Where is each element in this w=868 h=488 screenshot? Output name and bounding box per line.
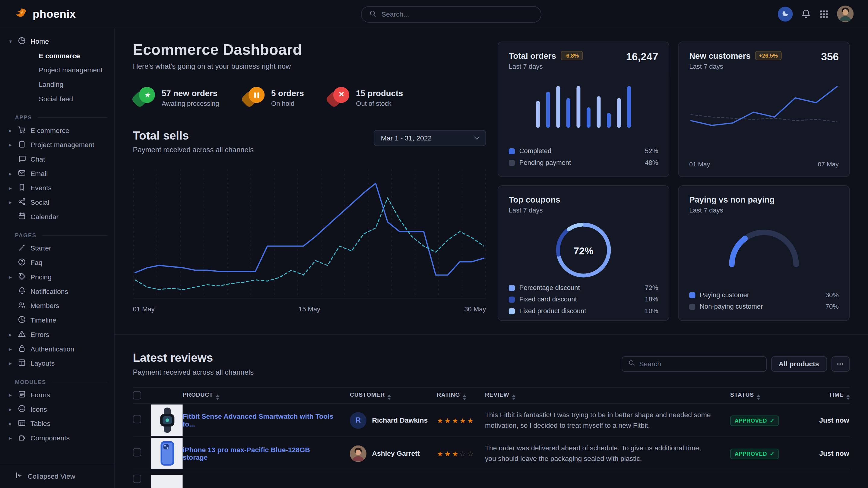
sidebar-item-icons[interactable]: ▸ Icons — [0, 402, 114, 417]
caret-right-icon: ▸ — [8, 171, 13, 176]
sidebar-section-apps: APPS — [0, 115, 114, 121]
reviews-table: PRODUCTCUSTOMERRATINGREVIEWSTATUSTIME Fi… — [133, 387, 850, 486]
select-all-checkbox[interactable] — [133, 391, 142, 399]
page-subtitle: Here's what's going on at your business … — [133, 62, 486, 70]
notifications-bell-icon[interactable] — [801, 9, 811, 19]
topbar: phoenix Search... — [0, 0, 868, 28]
legend-swatch — [509, 285, 515, 291]
collapse-view-button[interactable]: Collapsed View — [0, 464, 114, 488]
star-ribbon-icon: ★ — [133, 87, 155, 109]
pie-icon — [18, 36, 26, 46]
total-sells-subtitle: Payment received across all channels — [133, 145, 254, 154]
sidebar-item-faq[interactable]: Faq — [0, 256, 114, 270]
kpi-cards: Total orders -6.8% Last 7 days 16,247 Co… — [498, 42, 849, 321]
legend-label: Percentage discount — [519, 284, 580, 292]
sidebar-item-timeline[interactable]: Timeline — [0, 313, 114, 328]
stat-value: 5 orders — [271, 89, 304, 98]
sidebar-item-forms[interactable]: ▸ Forms — [0, 388, 114, 402]
row-checkbox[interactable] — [133, 415, 142, 423]
brand-logo[interactable]: phoenix — [14, 7, 76, 21]
more-options-button[interactable]: ⋯ — [831, 356, 849, 371]
sidebar-item-starter[interactable]: Starter — [0, 241, 114, 256]
legend-swatch — [509, 160, 515, 166]
sort-icon[interactable] — [512, 395, 516, 400]
sidebar-item-pricing[interactable]: ▸ Pricing — [0, 270, 114, 285]
card-title: New customers — [689, 51, 751, 60]
x-axis-label: 01 May — [689, 161, 710, 168]
column-header-rating[interactable]: RATING — [437, 391, 485, 400]
legend-item-fixed-product-discount: Fixed product discount 10% — [509, 306, 658, 316]
product-thumbnail[interactable] — [151, 438, 183, 469]
date-range-select[interactable]: Mar 1 - 31, 2022 — [374, 130, 486, 146]
column-header-product[interactable]: PRODUCT — [183, 391, 350, 400]
sidebar-item-e-commerce[interactable]: E commerce — [0, 49, 114, 63]
tag-icon — [18, 272, 26, 282]
sidebar-item-project-management[interactable]: Project management — [0, 63, 114, 77]
card-period: Last 7 days — [509, 62, 583, 70]
sidebar-item-chat[interactable]: Chat — [0, 152, 114, 167]
column-header-review[interactable]: REVIEW — [485, 391, 730, 400]
theme-toggle-button[interactable] — [778, 6, 793, 22]
status-badge: APPROVED ✓ — [730, 449, 779, 459]
stat-caption: Out of stock — [356, 99, 403, 107]
row-checkbox[interactable] — [133, 448, 142, 457]
card-period: Last 7 days — [689, 62, 782, 70]
customer-cell[interactable]: Ashley Garrett — [350, 445, 437, 462]
caret-right-icon: ▸ — [8, 274, 13, 280]
row-checkbox[interactable] — [133, 475, 142, 483]
sidebar-item-calendar[interactable]: Calendar — [0, 210, 114, 224]
stat-value: 15 products — [356, 89, 403, 98]
apps-grid-icon[interactable] — [819, 9, 829, 19]
sidebar-item-errors[interactable]: ▸ Errors — [0, 328, 114, 342]
search-icon — [628, 360, 635, 368]
lock-icon — [18, 344, 26, 354]
sort-icon[interactable] — [463, 395, 466, 400]
status-badge: APPROVED ✓ — [730, 415, 779, 426]
product-link[interactable]: Fitbit Sense Advanced Smartwatch with To… — [183, 412, 350, 428]
x-axis-label: 15 May — [299, 305, 320, 313]
envelope-icon — [18, 169, 26, 179]
legend-value: 30% — [826, 291, 839, 299]
sidebar-item-social[interactable]: ▸ Social — [0, 195, 114, 210]
caret-right-icon: ▸ — [8, 361, 13, 366]
column-header-time[interactable]: TIME — [804, 391, 849, 400]
sidebar-item-tables[interactable]: ▸ Tables — [0, 417, 114, 431]
sidebar-item-layouts[interactable]: ▸ Layouts — [0, 356, 114, 371]
x-axis-label: 30 May — [464, 305, 486, 313]
sidebar-item-landing[interactable]: Landing — [0, 77, 114, 92]
reviews-search-input[interactable]: Search — [621, 356, 766, 371]
sidebar-item-authentication[interactable]: ▸ Authentication — [0, 342, 114, 356]
search-icon — [369, 10, 376, 19]
sort-icon[interactable] — [846, 395, 849, 400]
sidebar-item-social-feed[interactable]: Social feed — [0, 92, 114, 106]
caret-right-icon: ▸ — [8, 435, 13, 441]
sidebar-item-notifications[interactable]: Notifications — [0, 284, 114, 299]
product-thumbnail[interactable] — [151, 404, 183, 436]
product-link[interactable]: iPhone 13 pro max-Pacific Blue-128GB sto… — [183, 446, 350, 461]
column-header-customer[interactable]: CUSTOMER — [350, 391, 437, 400]
total-orders-value: 16,247 — [626, 51, 658, 63]
moon-icon — [781, 9, 789, 19]
date-range-value: Mar 1 - 31, 2022 — [381, 134, 432, 142]
sidebar-section-modules: MODULES — [0, 379, 114, 385]
table-row — [133, 470, 850, 486]
sidebar-item-email[interactable]: ▸ Email — [0, 166, 114, 181]
sidebar-item-events[interactable]: ▸ Events — [0, 181, 114, 195]
column-header-status[interactable]: STATUS — [730, 391, 804, 400]
product-thumbnail[interactable] — [151, 475, 183, 488]
sidebar-item-members[interactable]: Members — [0, 299, 114, 313]
sidebar-item-project-management[interactable]: ▸ Project management — [0, 138, 114, 152]
sidebar-item-components[interactable]: ▸ Components — [0, 431, 114, 446]
sort-icon[interactable] — [216, 395, 219, 400]
sort-icon[interactable] — [757, 395, 760, 400]
x-axis-label: 07 May — [818, 161, 839, 168]
legend-swatch — [509, 308, 515, 314]
global-search-input[interactable]: Search... — [361, 6, 541, 23]
customer-cell[interactable]: RRichard Dawkins — [350, 412, 437, 429]
user-avatar[interactable] — [837, 5, 854, 22]
new-customers-card: New customers +26.5% Last 7 days 356 01 … — [678, 42, 849, 177]
sidebar-item-e-commerce[interactable]: ▸ E commerce — [0, 123, 114, 138]
sort-icon[interactable] — [388, 395, 391, 400]
all-products-button[interactable]: All products — [771, 356, 827, 371]
sidebar-item-home[interactable]: ▾ Home — [0, 34, 114, 49]
